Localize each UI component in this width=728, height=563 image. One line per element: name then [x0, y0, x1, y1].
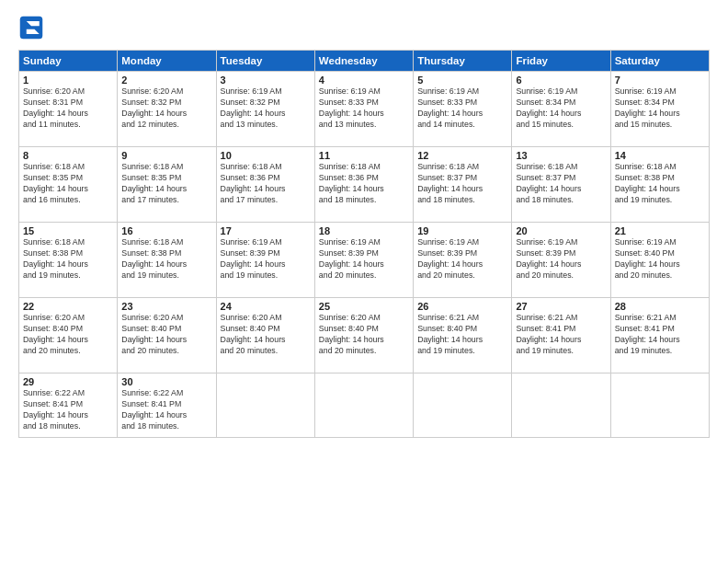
- day-number: 17: [221, 225, 311, 236]
- day-number: 5: [417, 75, 507, 86]
- calendar-cell: 27Sunrise: 6:21 AM Sunset: 8:41 PM Dayli…: [512, 298, 610, 373]
- cell-info: Sunrise: 6:20 AM Sunset: 8:40 PM Dayligh…: [319, 313, 409, 357]
- calendar-cell: [216, 373, 314, 438]
- day-number: 12: [417, 150, 507, 161]
- calendar-cell: 6Sunrise: 6:19 AM Sunset: 8:34 PM Daylig…: [512, 72, 610, 147]
- day-number: 27: [516, 301, 606, 312]
- cell-info: Sunrise: 6:19 AM Sunset: 8:34 PM Dayligh…: [615, 86, 705, 131]
- day-number: 1: [23, 75, 113, 86]
- day-number: 26: [417, 301, 507, 312]
- cell-info: Sunrise: 6:18 AM Sunset: 8:35 PM Dayligh…: [23, 162, 113, 206]
- calendar-cell: 8Sunrise: 6:18 AM Sunset: 8:35 PM Daylig…: [19, 147, 118, 223]
- calendar-cell: 11Sunrise: 6:18 AM Sunset: 8:36 PM Dayli…: [314, 147, 413, 223]
- day-number: 23: [121, 301, 211, 312]
- calendar-header-friday: Friday: [512, 51, 610, 72]
- cell-info: Sunrise: 6:19 AM Sunset: 8:32 PM Dayligh…: [221, 86, 311, 131]
- day-number: 18: [319, 225, 409, 236]
- calendar-cell: 25Sunrise: 6:20 AM Sunset: 8:40 PM Dayli…: [314, 298, 413, 373]
- cell-info: Sunrise: 6:18 AM Sunset: 8:36 PM Dayligh…: [221, 162, 311, 206]
- cell-info: Sunrise: 6:19 AM Sunset: 8:40 PM Dayligh…: [615, 237, 705, 282]
- calendar-table: SundayMondayTuesdayWednesdayThursdayFrid…: [18, 50, 710, 438]
- calendar-cell: 17Sunrise: 6:19 AM Sunset: 8:39 PM Dayli…: [216, 223, 314, 298]
- cell-info: Sunrise: 6:18 AM Sunset: 8:37 PM Dayligh…: [417, 162, 507, 206]
- day-number: 14: [615, 150, 705, 161]
- calendar-week-row: 29Sunrise: 6:22 AM Sunset: 8:41 PM Dayli…: [19, 373, 710, 438]
- cell-info: Sunrise: 6:20 AM Sunset: 8:31 PM Dayligh…: [23, 86, 113, 131]
- calendar-cell: 12Sunrise: 6:18 AM Sunset: 8:37 PM Dayli…: [414, 147, 512, 223]
- calendar-week-row: 1Sunrise: 6:20 AM Sunset: 8:31 PM Daylig…: [19, 72, 710, 147]
- calendar-cell: 22Sunrise: 6:20 AM Sunset: 8:40 PM Dayli…: [19, 298, 118, 373]
- day-number: 30: [121, 376, 211, 387]
- day-number: 13: [516, 150, 606, 161]
- day-number: 21: [615, 225, 705, 236]
- calendar-cell: 5Sunrise: 6:19 AM Sunset: 8:33 PM Daylig…: [414, 72, 512, 147]
- day-number: 3: [221, 75, 311, 86]
- svg-rect-0: [20, 17, 43, 40]
- calendar-week-row: 8Sunrise: 6:18 AM Sunset: 8:35 PM Daylig…: [19, 147, 710, 223]
- logo: [18, 15, 48, 40]
- cell-info: Sunrise: 6:19 AM Sunset: 8:33 PM Dayligh…: [417, 86, 507, 131]
- logo-icon: [18, 15, 44, 40]
- calendar-week-row: 22Sunrise: 6:20 AM Sunset: 8:40 PM Dayli…: [19, 298, 710, 373]
- calendar-header-wednesday: Wednesday: [314, 51, 413, 72]
- day-number: 15: [23, 225, 113, 236]
- calendar-cell: 21Sunrise: 6:19 AM Sunset: 8:40 PM Dayli…: [610, 223, 709, 298]
- calendar-cell: [314, 373, 413, 438]
- day-number: 4: [319, 75, 409, 86]
- day-number: 19: [417, 225, 507, 236]
- calendar-cell: 20Sunrise: 6:19 AM Sunset: 8:39 PM Dayli…: [512, 223, 610, 298]
- day-number: 7: [615, 75, 705, 86]
- cell-info: Sunrise: 6:18 AM Sunset: 8:37 PM Dayligh…: [516, 162, 606, 206]
- day-number: 9: [121, 150, 211, 161]
- calendar-cell: 29Sunrise: 6:22 AM Sunset: 8:41 PM Dayli…: [19, 373, 118, 438]
- day-number: 2: [121, 75, 211, 86]
- calendar-cell: 30Sunrise: 6:22 AM Sunset: 8:41 PM Dayli…: [118, 373, 216, 438]
- calendar-cell: [512, 373, 610, 438]
- day-number: 20: [516, 225, 606, 236]
- calendar-cell: 14Sunrise: 6:18 AM Sunset: 8:38 PM Dayli…: [610, 147, 709, 223]
- calendar-header-thursday: Thursday: [414, 51, 512, 72]
- cell-info: Sunrise: 6:18 AM Sunset: 8:38 PM Dayligh…: [121, 237, 211, 282]
- calendar-cell: 3Sunrise: 6:19 AM Sunset: 8:32 PM Daylig…: [216, 72, 314, 147]
- calendar-cell: [610, 373, 709, 438]
- cell-info: Sunrise: 6:18 AM Sunset: 8:38 PM Dayligh…: [615, 162, 705, 206]
- calendar-cell: 13Sunrise: 6:18 AM Sunset: 8:37 PM Dayli…: [512, 147, 610, 223]
- cell-info: Sunrise: 6:18 AM Sunset: 8:35 PM Dayligh…: [121, 162, 211, 206]
- calendar-cell: 9Sunrise: 6:18 AM Sunset: 8:35 PM Daylig…: [118, 147, 216, 223]
- calendar-week-row: 15Sunrise: 6:18 AM Sunset: 8:38 PM Dayli…: [19, 223, 710, 298]
- calendar-cell: 1Sunrise: 6:20 AM Sunset: 8:31 PM Daylig…: [19, 72, 118, 147]
- calendar-header-row: SundayMondayTuesdayWednesdayThursdayFrid…: [19, 51, 710, 72]
- calendar-cell: 19Sunrise: 6:19 AM Sunset: 8:39 PM Dayli…: [414, 223, 512, 298]
- day-number: 10: [221, 150, 311, 161]
- cell-info: Sunrise: 6:20 AM Sunset: 8:32 PM Dayligh…: [121, 86, 211, 131]
- calendar-cell: 23Sunrise: 6:20 AM Sunset: 8:40 PM Dayli…: [118, 298, 216, 373]
- calendar-cell: 2Sunrise: 6:20 AM Sunset: 8:32 PM Daylig…: [118, 72, 216, 147]
- cell-info: Sunrise: 6:20 AM Sunset: 8:40 PM Dayligh…: [23, 313, 113, 357]
- cell-info: Sunrise: 6:21 AM Sunset: 8:40 PM Dayligh…: [417, 313, 507, 357]
- day-number: 22: [23, 301, 113, 312]
- cell-info: Sunrise: 6:19 AM Sunset: 8:34 PM Dayligh…: [516, 86, 606, 131]
- day-number: 28: [615, 301, 705, 312]
- cell-info: Sunrise: 6:21 AM Sunset: 8:41 PM Dayligh…: [615, 313, 705, 357]
- cell-info: Sunrise: 6:18 AM Sunset: 8:36 PM Dayligh…: [319, 162, 409, 206]
- cell-info: Sunrise: 6:22 AM Sunset: 8:41 PM Dayligh…: [23, 388, 113, 432]
- cell-info: Sunrise: 6:20 AM Sunset: 8:40 PM Dayligh…: [221, 313, 311, 357]
- cell-info: Sunrise: 6:18 AM Sunset: 8:38 PM Dayligh…: [23, 237, 113, 282]
- calendar-cell: 15Sunrise: 6:18 AM Sunset: 8:38 PM Dayli…: [19, 223, 118, 298]
- calendar-cell: 18Sunrise: 6:19 AM Sunset: 8:39 PM Dayli…: [314, 223, 413, 298]
- day-number: 6: [516, 75, 606, 86]
- day-number: 11: [319, 150, 409, 161]
- cell-info: Sunrise: 6:19 AM Sunset: 8:39 PM Dayligh…: [417, 237, 507, 282]
- page: SundayMondayTuesdayWednesdayThursdayFrid…: [0, 0, 728, 563]
- cell-info: Sunrise: 6:19 AM Sunset: 8:39 PM Dayligh…: [221, 237, 311, 282]
- cell-info: Sunrise: 6:22 AM Sunset: 8:41 PM Dayligh…: [121, 388, 211, 432]
- calendar-cell: 16Sunrise: 6:18 AM Sunset: 8:38 PM Dayli…: [118, 223, 216, 298]
- calendar-cell: 7Sunrise: 6:19 AM Sunset: 8:34 PM Daylig…: [610, 72, 709, 147]
- cell-info: Sunrise: 6:19 AM Sunset: 8:39 PM Dayligh…: [319, 237, 409, 282]
- calendar-header-monday: Monday: [118, 51, 216, 72]
- cell-info: Sunrise: 6:21 AM Sunset: 8:41 PM Dayligh…: [516, 313, 606, 357]
- calendar-cell: 10Sunrise: 6:18 AM Sunset: 8:36 PM Dayli…: [216, 147, 314, 223]
- calendar-header-sunday: Sunday: [19, 51, 118, 72]
- calendar-header-saturday: Saturday: [610, 51, 709, 72]
- calendar-header-tuesday: Tuesday: [216, 51, 314, 72]
